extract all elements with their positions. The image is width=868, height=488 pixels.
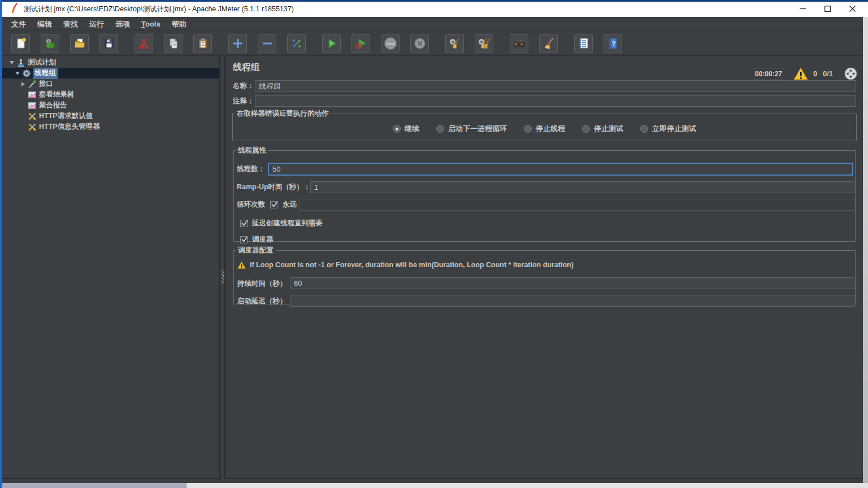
tree-item-label: 接口 <box>39 79 53 89</box>
search-button[interactable] <box>510 34 528 53</box>
menu-run[interactable]: 运行 <box>84 17 110 31</box>
clear-broom-icon <box>448 37 462 50</box>
tree-item-test-plan[interactable]: 测试计划 <box>2 57 219 68</box>
tree-item-view-results-tree[interactable]: 察看结果树 <box>2 89 219 100</box>
listener-graph-icon <box>27 101 37 110</box>
radio-start-next-loop[interactable]: 启动下一进程循环 <box>436 124 507 134</box>
thread-group-editor: 线程组 名称： 注释： 在取样器错误后要执行的动作 继续 启动下一进程循环 停止… <box>225 56 863 479</box>
cut-button[interactable] <box>134 34 153 53</box>
content-area: 测试计划 线程组 <box>2 56 863 479</box>
sampler-dropper-icon <box>27 80 37 89</box>
start-no-timers-button[interactable] <box>351 34 370 53</box>
menu-tools[interactable]: Tools <box>136 17 166 31</box>
save-icon <box>103 37 115 50</box>
sampler-error-action-title: 在取样器错误后要执行的动作 <box>235 109 331 119</box>
elapsed-timer: 00:00:27 <box>754 68 783 80</box>
thread-count-label: 线程数： <box>237 164 265 174</box>
save-button[interactable] <box>99 34 118 53</box>
comment-input[interactable] <box>255 95 856 107</box>
help-button[interactable]: ? <box>604 34 622 53</box>
templates-button[interactable] <box>41 34 59 53</box>
log-warning-icon[interactable] <box>793 67 808 80</box>
radio-label: 继续 <box>405 124 419 134</box>
tree-item-http-header-manager[interactable]: HTTP信息头管理器 <box>2 121 219 132</box>
thread-properties-group: 线程属性 线程数： Ramp-Up时间（秒）： 循环次数 永远 延迟创建线程直到… <box>233 146 856 242</box>
scheduler-checkbox[interactable] <box>240 236 248 243</box>
maximize-button[interactable] <box>815 0 840 17</box>
radio-continue[interactable]: 继续 <box>393 124 419 134</box>
tree-item-thread-group[interactable]: 线程组 <box>2 68 219 79</box>
menu-file[interactable]: 文件 <box>6 17 32 31</box>
radio-icon <box>640 125 648 133</box>
name-input[interactable] <box>255 80 856 92</box>
run-state-indicator-icon <box>844 67 857 80</box>
thread-count-input[interactable] <box>268 163 853 176</box>
search-reset-button[interactable] <box>539 34 558 53</box>
forever-checkbox[interactable] <box>270 201 277 208</box>
forever-label: 永远 <box>283 200 297 210</box>
scheduler-warning-icon <box>237 262 246 269</box>
new-file-button[interactable] <box>11 34 30 53</box>
horizontal-scrollbar[interactable] <box>2 483 868 488</box>
startup-delay-input[interactable] <box>290 295 854 307</box>
radio-stop-test[interactable]: 停止测试 <box>582 124 623 134</box>
duration-input[interactable] <box>290 277 854 289</box>
collapse-arrow-icon[interactable] <box>14 72 21 75</box>
scheduler-label: 调度器 <box>252 235 274 245</box>
start-button[interactable] <box>322 34 341 53</box>
menu-options[interactable]: 选项 <box>110 17 136 31</box>
radio-label: 停止测试 <box>594 124 623 134</box>
scrollbar-thumb[interactable] <box>2 483 186 488</box>
copy-button[interactable] <box>164 34 183 53</box>
clear-button[interactable] <box>445 34 464 53</box>
toolbar: STOP <box>2 31 868 56</box>
tree-item-api-sampler[interactable]: 接口 <box>2 79 219 89</box>
menu-tools-label-first: T <box>141 20 145 28</box>
open-folder-icon <box>73 37 86 50</box>
open-file-button[interactable] <box>70 34 89 53</box>
paste-button[interactable] <box>193 34 212 53</box>
binoculars-icon <box>513 37 526 50</box>
toggle-arrows-icon <box>290 37 303 50</box>
toggle-button[interactable] <box>287 34 306 53</box>
rampup-input[interactable] <box>310 181 854 193</box>
radio-label: 启动下一进程循环 <box>448 124 507 134</box>
minimize-button[interactable] <box>790 0 815 17</box>
menu-edit[interactable]: 编辑 <box>32 17 58 31</box>
tree-item-aggregate-report[interactable]: 聚合报告 <box>2 100 219 111</box>
menu-search[interactable]: 查找 <box>58 17 84 31</box>
radio-icon <box>524 125 532 133</box>
templates-icon <box>44 37 57 50</box>
menu-edit-label: 编辑 <box>37 20 52 28</box>
listener-graph-icon <box>27 90 37 99</box>
menu-search-label: 查找 <box>63 20 78 28</box>
radio-stop-thread[interactable]: 停止线程 <box>524 124 565 134</box>
jmeter-feather-icon <box>10 2 19 15</box>
delay-thread-creation-label: 延迟创建线程直到需要 <box>252 219 323 228</box>
delay-thread-creation-checkbox[interactable] <box>240 220 248 227</box>
shutdown-x-icon <box>414 37 426 50</box>
clear-all-brooms-icon <box>478 37 491 50</box>
expand-all-button[interactable] <box>228 34 247 53</box>
loop-count-label: 循环次数 <box>237 200 265 210</box>
new-file-icon <box>15 37 27 50</box>
radio-stop-test-now[interactable]: 立即停止测试 <box>640 124 696 134</box>
scheduler-config-title: 调度器配置 <box>236 246 276 255</box>
search-reset-broom-icon <box>542 37 555 50</box>
window-border-right <box>863 17 868 488</box>
log-error-count: 0 <box>813 69 817 78</box>
expand-arrow-icon[interactable] <box>19 82 27 86</box>
window-title: 测试计划.jmx (C:\Users\EDZ\Desktop\测试计划.jmx)… <box>24 3 294 14</box>
function-helper-button[interactable] <box>574 34 593 53</box>
duration-label: 持续时间（秒） <box>237 279 287 289</box>
clear-all-button[interactable] <box>475 34 493 53</box>
collapse-arrow-icon[interactable] <box>8 61 16 64</box>
tree-item-http-request-defaults[interactable]: HTTP请求默认值 <box>2 111 219 121</box>
menu-file-label: 文件 <box>11 20 26 28</box>
collapse-all-button[interactable] <box>258 34 276 53</box>
menu-help[interactable]: 帮助 <box>166 17 192 31</box>
start-no-pauses-icon <box>355 37 367 50</box>
close-button[interactable] <box>840 0 865 17</box>
tree-item-label: 线程组 <box>33 68 58 79</box>
pane-splitter[interactable] <box>219 56 225 479</box>
